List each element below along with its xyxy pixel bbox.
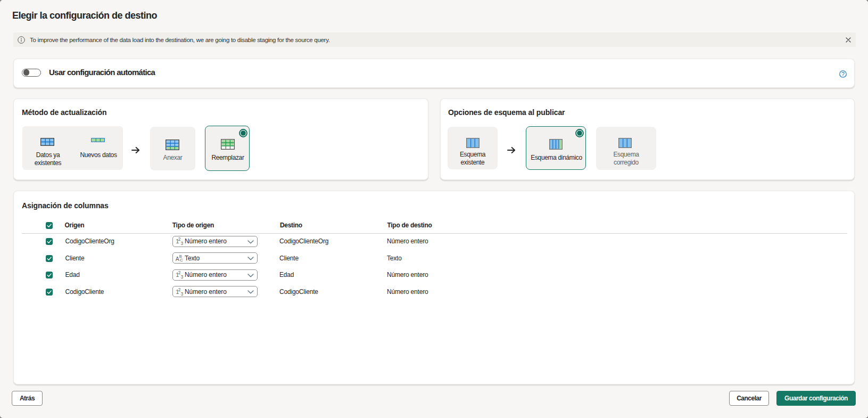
svg-text:?: ? (841, 71, 845, 77)
